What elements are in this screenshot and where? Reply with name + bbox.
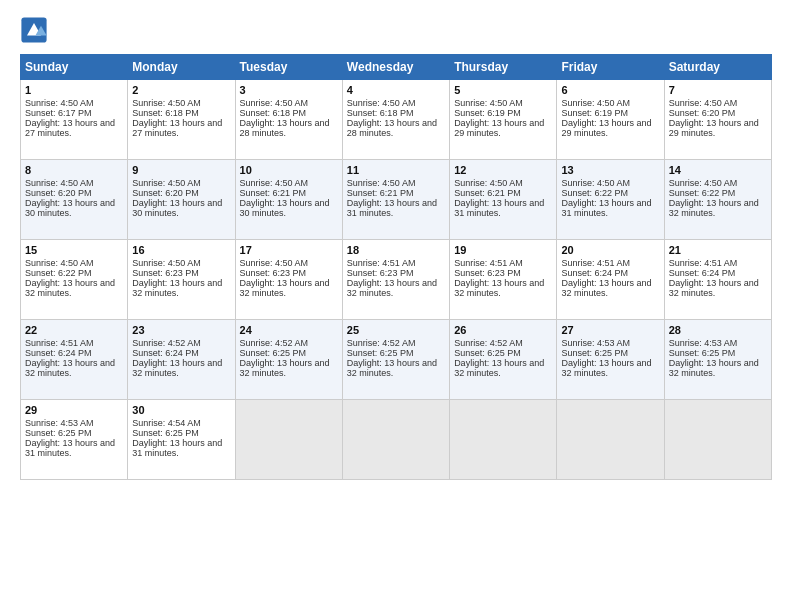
daylight-label: Daylight: 13 hours and 32 minutes. — [240, 358, 330, 378]
calendar-cell: 7 Sunrise: 4:50 AM Sunset: 6:20 PM Dayli… — [664, 80, 771, 160]
daylight-label: Daylight: 13 hours and 31 minutes. — [25, 438, 115, 458]
calendar-cell: 4 Sunrise: 4:50 AM Sunset: 6:18 PM Dayli… — [342, 80, 449, 160]
day-header: Saturday — [664, 55, 771, 80]
sunrise-text: Sunrise: 4:50 AM — [25, 98, 94, 108]
day-header: Thursday — [450, 55, 557, 80]
calendar-cell — [342, 400, 449, 480]
day-number: 17 — [240, 244, 338, 256]
daylight-label: Daylight: 13 hours and 30 minutes. — [240, 198, 330, 218]
sunset-text: Sunset: 6:25 PM — [240, 348, 307, 358]
daylight-label: Daylight: 13 hours and 31 minutes. — [132, 438, 222, 458]
calendar-cell: 24 Sunrise: 4:52 AM Sunset: 6:25 PM Dayl… — [235, 320, 342, 400]
daylight-label: Daylight: 13 hours and 32 minutes. — [132, 278, 222, 298]
day-number: 10 — [240, 164, 338, 176]
calendar-cell: 28 Sunrise: 4:53 AM Sunset: 6:25 PM Dayl… — [664, 320, 771, 400]
day-number: 27 — [561, 324, 659, 336]
sunset-text: Sunset: 6:19 PM — [561, 108, 628, 118]
sunset-text: Sunset: 6:20 PM — [669, 108, 736, 118]
daylight-label: Daylight: 13 hours and 28 minutes. — [240, 118, 330, 138]
daylight-label: Daylight: 13 hours and 32 minutes. — [347, 358, 437, 378]
sunrise-text: Sunrise: 4:50 AM — [132, 178, 201, 188]
calendar-cell: 25 Sunrise: 4:52 AM Sunset: 6:25 PM Dayl… — [342, 320, 449, 400]
calendar-cell: 12 Sunrise: 4:50 AM Sunset: 6:21 PM Dayl… — [450, 160, 557, 240]
daylight-label: Daylight: 13 hours and 29 minutes. — [669, 118, 759, 138]
calendar-cell — [664, 400, 771, 480]
day-header: Wednesday — [342, 55, 449, 80]
calendar-cell — [557, 400, 664, 480]
logo-icon — [20, 16, 48, 44]
day-number: 6 — [561, 84, 659, 96]
header — [20, 16, 772, 44]
day-number: 21 — [669, 244, 767, 256]
calendar-cell: 21 Sunrise: 4:51 AM Sunset: 6:24 PM Dayl… — [664, 240, 771, 320]
daylight-label: Daylight: 13 hours and 31 minutes. — [347, 198, 437, 218]
day-number: 4 — [347, 84, 445, 96]
sunset-text: Sunset: 6:17 PM — [25, 108, 92, 118]
sunrise-text: Sunrise: 4:52 AM — [132, 338, 201, 348]
sunrise-text: Sunrise: 4:50 AM — [25, 178, 94, 188]
day-number: 30 — [132, 404, 230, 416]
sunrise-text: Sunrise: 4:51 AM — [669, 258, 738, 268]
sunset-text: Sunset: 6:23 PM — [347, 268, 414, 278]
sunrise-text: Sunrise: 4:51 AM — [454, 258, 523, 268]
sunset-text: Sunset: 6:19 PM — [454, 108, 521, 118]
calendar-cell — [450, 400, 557, 480]
calendar-cell: 18 Sunrise: 4:51 AM Sunset: 6:23 PM Dayl… — [342, 240, 449, 320]
sunset-text: Sunset: 6:22 PM — [561, 188, 628, 198]
sunset-text: Sunset: 6:21 PM — [454, 188, 521, 198]
calendar-cell — [235, 400, 342, 480]
sunrise-text: Sunrise: 4:50 AM — [132, 98, 201, 108]
sunset-text: Sunset: 6:22 PM — [25, 268, 92, 278]
sunrise-text: Sunrise: 4:50 AM — [132, 258, 201, 268]
sunrise-text: Sunrise: 4:51 AM — [561, 258, 630, 268]
sunrise-text: Sunrise: 4:54 AM — [132, 418, 201, 428]
day-number: 18 — [347, 244, 445, 256]
sunrise-text: Sunrise: 4:50 AM — [669, 98, 738, 108]
sunset-text: Sunset: 6:25 PM — [669, 348, 736, 358]
sunset-text: Sunset: 6:25 PM — [561, 348, 628, 358]
calendar-cell: 5 Sunrise: 4:50 AM Sunset: 6:19 PM Dayli… — [450, 80, 557, 160]
sunrise-text: Sunrise: 4:50 AM — [669, 178, 738, 188]
calendar-cell: 17 Sunrise: 4:50 AM Sunset: 6:23 PM Dayl… — [235, 240, 342, 320]
daylight-label: Daylight: 13 hours and 32 minutes. — [561, 358, 651, 378]
calendar-cell: 29 Sunrise: 4:53 AM Sunset: 6:25 PM Dayl… — [21, 400, 128, 480]
calendar-body: 1 Sunrise: 4:50 AM Sunset: 6:17 PM Dayli… — [21, 80, 772, 480]
sunset-text: Sunset: 6:24 PM — [561, 268, 628, 278]
day-number: 22 — [25, 324, 123, 336]
day-number: 14 — [669, 164, 767, 176]
day-number: 26 — [454, 324, 552, 336]
sunrise-text: Sunrise: 4:50 AM — [561, 98, 630, 108]
calendar-week-row: 22 Sunrise: 4:51 AM Sunset: 6:24 PM Dayl… — [21, 320, 772, 400]
sunrise-text: Sunrise: 4:53 AM — [561, 338, 630, 348]
calendar-week-row: 8 Sunrise: 4:50 AM Sunset: 6:20 PM Dayli… — [21, 160, 772, 240]
sunrise-text: Sunrise: 4:53 AM — [25, 418, 94, 428]
day-number: 24 — [240, 324, 338, 336]
day-number: 25 — [347, 324, 445, 336]
daylight-label: Daylight: 13 hours and 28 minutes. — [347, 118, 437, 138]
daylight-label: Daylight: 13 hours and 32 minutes. — [669, 358, 759, 378]
sunrise-text: Sunrise: 4:50 AM — [454, 178, 523, 188]
daylight-label: Daylight: 13 hours and 32 minutes. — [454, 358, 544, 378]
calendar-table: SundayMondayTuesdayWednesdayThursdayFrid… — [20, 54, 772, 480]
calendar-cell: 20 Sunrise: 4:51 AM Sunset: 6:24 PM Dayl… — [557, 240, 664, 320]
sunrise-text: Sunrise: 4:53 AM — [669, 338, 738, 348]
sunset-text: Sunset: 6:25 PM — [132, 428, 199, 438]
sunset-text: Sunset: 6:21 PM — [347, 188, 414, 198]
sunset-text: Sunset: 6:18 PM — [240, 108, 307, 118]
calendar-cell: 13 Sunrise: 4:50 AM Sunset: 6:22 PM Dayl… — [557, 160, 664, 240]
calendar-cell: 19 Sunrise: 4:51 AM Sunset: 6:23 PM Dayl… — [450, 240, 557, 320]
daylight-label: Daylight: 13 hours and 32 minutes. — [669, 278, 759, 298]
day-number: 16 — [132, 244, 230, 256]
day-number: 7 — [669, 84, 767, 96]
daylight-label: Daylight: 13 hours and 29 minutes. — [561, 118, 651, 138]
daylight-label: Daylight: 13 hours and 32 minutes. — [25, 358, 115, 378]
sunset-text: Sunset: 6:18 PM — [347, 108, 414, 118]
page-container: SundayMondayTuesdayWednesdayThursdayFrid… — [0, 0, 792, 490]
day-number: 23 — [132, 324, 230, 336]
day-number: 3 — [240, 84, 338, 96]
day-number: 2 — [132, 84, 230, 96]
sunrise-text: Sunrise: 4:52 AM — [454, 338, 523, 348]
calendar-week-row: 1 Sunrise: 4:50 AM Sunset: 6:17 PM Dayli… — [21, 80, 772, 160]
day-number: 5 — [454, 84, 552, 96]
calendar-cell: 10 Sunrise: 4:50 AM Sunset: 6:21 PM Dayl… — [235, 160, 342, 240]
